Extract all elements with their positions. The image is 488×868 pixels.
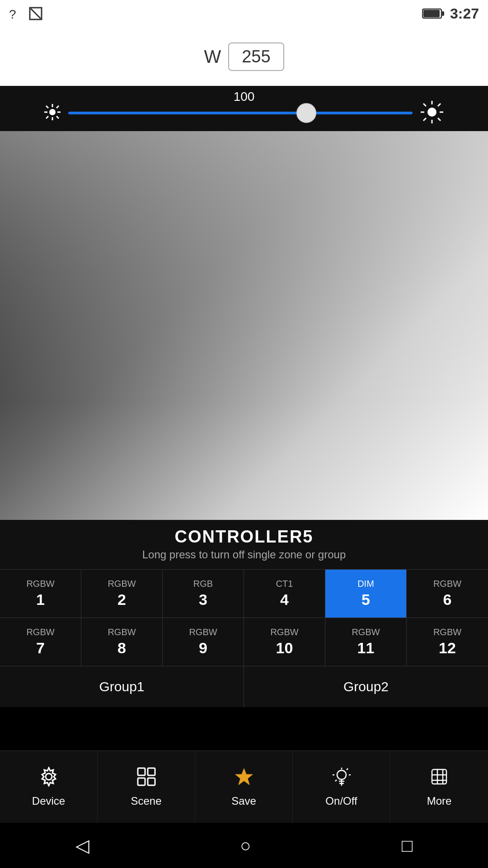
- svg-rect-25: [138, 768, 145, 775]
- sun-small-icon: [44, 104, 61, 123]
- svg-point-30: [337, 770, 346, 779]
- color-gradient-area[interactable]: [0, 131, 488, 520]
- zone-cell-1[interactable]: RGBW1: [0, 570, 81, 618]
- zone-number-5: 5: [361, 591, 370, 609]
- group1-button[interactable]: Group1: [0, 666, 244, 707]
- svg-rect-26: [148, 768, 155, 775]
- nav-label-onoff: On/Off: [325, 795, 357, 807]
- zone-cell-7[interactable]: RGBW7: [0, 618, 81, 666]
- zone-type-4: CT1: [276, 579, 293, 589]
- svg-rect-5: [423, 10, 440, 17]
- controller-hint: Long press to turn off single zone or gr…: [0, 548, 488, 566]
- svg-rect-39: [432, 769, 446, 784]
- svg-line-38: [335, 780, 337, 781]
- svg-line-20: [423, 104, 426, 106]
- svg-point-15: [427, 108, 436, 117]
- gear-icon: [39, 767, 59, 791]
- svg-line-11: [46, 106, 48, 108]
- zone-type-12: RGBW: [433, 627, 461, 637]
- zone-cell-9[interactable]: RGBW9: [163, 618, 244, 666]
- wifi-icon: ?: [9, 7, 25, 20]
- svg-line-22: [438, 104, 441, 106]
- box-icon: [429, 767, 449, 791]
- svg-line-2: [31, 9, 41, 19]
- svg-line-12: [56, 116, 59, 118]
- zone-number-4: 4: [280, 591, 289, 609]
- status-bar: ? 3:27: [0, 0, 488, 27]
- zone-cell-4[interactable]: CT14: [244, 570, 325, 618]
- svg-line-14: [46, 116, 48, 118]
- svg-rect-4: [441, 11, 444, 16]
- zone-grid-row1: RGBW1RGBW2RGB3CT14DIM5RGBW6: [0, 569, 488, 618]
- nav-label-scene: Scene: [131, 795, 161, 807]
- android-nav: ◁ ○ □: [0, 823, 488, 868]
- zone-number-2: 2: [117, 591, 126, 609]
- nav-save[interactable]: Save: [195, 751, 293, 823]
- nav-label-more: More: [427, 795, 452, 807]
- zone-number-7: 7: [36, 639, 45, 657]
- sun-large-icon: [420, 100, 444, 126]
- brightness-slider-thumb[interactable]: [296, 103, 316, 123]
- zone-type-8: RGBW: [108, 627, 136, 637]
- bottom-nav: Device Scene Save On/Off More: [0, 750, 488, 823]
- nav-device[interactable]: Device: [0, 751, 98, 823]
- zone-number-1: 1: [36, 591, 45, 609]
- grid-icon: [136, 767, 156, 791]
- svg-marker-29: [235, 769, 253, 785]
- recents-button[interactable]: □: [402, 835, 413, 856]
- zone-cell-2[interactable]: RGBW2: [81, 570, 163, 618]
- color-area-inner: [0, 131, 488, 520]
- zone-number-3: 3: [199, 591, 207, 609]
- zone-cell-5[interactable]: DIM5: [325, 570, 407, 618]
- svg-point-24: [46, 774, 52, 780]
- home-button[interactable]: ○: [240, 835, 251, 856]
- nav-label-save: Save: [231, 795, 256, 807]
- w-header: W 255: [0, 27, 488, 86]
- zone-cell-3[interactable]: RGB3: [163, 570, 244, 618]
- zone-type-7: RGBW: [26, 627, 54, 637]
- nav-onoff[interactable]: On/Off: [293, 751, 390, 823]
- svg-line-21: [438, 118, 441, 121]
- zone-grid-row2: RGBW7RGBW8RGBW9RGBW10RGBW11RGBW12: [0, 618, 488, 666]
- zone-cell-8[interactable]: RGBW8: [81, 618, 163, 666]
- zone-type-3: RGB: [193, 579, 213, 589]
- svg-point-6: [49, 109, 56, 115]
- svg-rect-27: [138, 778, 145, 785]
- battery-icon: [422, 7, 445, 20]
- w-value-box[interactable]: 255: [228, 42, 284, 71]
- zone-cell-12[interactable]: RGBW12: [407, 618, 488, 666]
- zone-number-8: 8: [117, 639, 126, 657]
- svg-rect-28: [148, 778, 155, 785]
- zone-type-11: RGBW: [352, 627, 380, 637]
- zone-type-10: RGBW: [270, 627, 298, 637]
- status-bar-left: ?: [9, 7, 42, 20]
- back-button[interactable]: ◁: [75, 835, 89, 856]
- zone-type-1: RGBW: [26, 579, 54, 589]
- nav-scene[interactable]: Scene: [98, 751, 195, 823]
- zone-type-2: RGBW: [108, 579, 136, 589]
- zone-type-5: DIM: [357, 579, 374, 589]
- status-time: 3:27: [450, 5, 479, 22]
- w-value: 255: [242, 47, 270, 66]
- bulb-icon: [332, 767, 352, 791]
- svg-line-23: [423, 118, 426, 121]
- zone-number-6: 6: [443, 591, 452, 609]
- group-row: Group1 Group2: [0, 666, 488, 707]
- brightness-area: 100: [0, 86, 488, 131]
- zone-cell-11[interactable]: RGBW11: [325, 618, 407, 666]
- svg-text:?: ?: [9, 7, 16, 20]
- w-label: W: [204, 47, 221, 67]
- star-icon: [234, 767, 254, 791]
- controller-name: CONTROLLER5: [0, 527, 488, 547]
- zone-cell-10[interactable]: RGBW10: [244, 618, 325, 666]
- nav-label-device: Device: [32, 795, 65, 807]
- zone-type-6: RGBW: [433, 579, 461, 589]
- brightness-value: 100: [234, 90, 255, 104]
- zone-cell-6[interactable]: RGBW6: [407, 570, 488, 618]
- zone-number-11: 11: [357, 639, 375, 657]
- nav-more[interactable]: More: [390, 751, 488, 823]
- group2-button[interactable]: Group2: [244, 666, 488, 707]
- signal-icon: [29, 7, 42, 20]
- zone-number-9: 9: [199, 639, 207, 657]
- brightness-slider-track[interactable]: [68, 112, 413, 114]
